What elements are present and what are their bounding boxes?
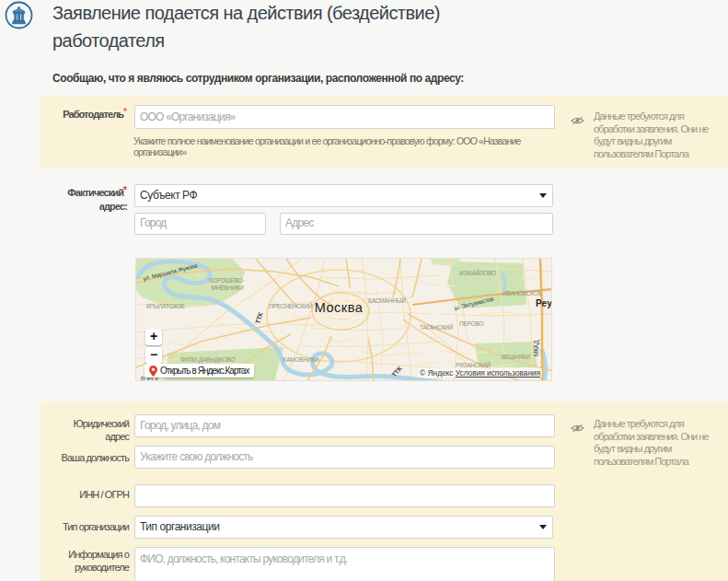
svg-text:ИВАНОВСКОЕ: ИВАНОВСКОЕ — [503, 290, 543, 296]
svg-text:ПРЕСНЕНСКИЙ: ПРЕСНЕНСКИЙ — [269, 302, 313, 309]
svg-text:КРЫЛАТСКОЕ: КРЫЛАТСКОЕ — [146, 303, 186, 309]
svg-text:МНЁВНИКИ: МНЁВНИКИ — [211, 285, 244, 291]
svg-text:БАСМАННЫЙ: БАСМАННЫЙ — [368, 296, 406, 304]
svg-text:Москва: Москва — [315, 300, 364, 315]
svg-text:Реу: Реу — [536, 298, 552, 308]
svg-text:ТАГАНСКИЙ: ТАГАНСКИЙ — [420, 323, 454, 331]
svg-text:ПЕРОВО: ПЕРОВО — [459, 320, 483, 327]
svg-text:РЯЗАНСКИЙ: РЯЗАНСКИЙ — [456, 361, 491, 368]
svg-text:ВЕШНЯКИ: ВЕШНЯКИ — [502, 354, 531, 360]
svg-text:ИЗМАЙЛОВО: ИЗМАЙЛОВО — [459, 269, 496, 276]
svg-text:ХАМОВНИКИ: ХАМОВНИКИ — [283, 356, 319, 363]
svg-text:ФИЛИ-ДАВЫДКОВО: ФИЛИ-ДАВЫДКОВО — [180, 356, 235, 364]
svg-text:МКАД: МКАД — [533, 340, 540, 356]
svg-text:ХОРОШЁВО-: ХОРОШЁВО- — [209, 277, 244, 284]
